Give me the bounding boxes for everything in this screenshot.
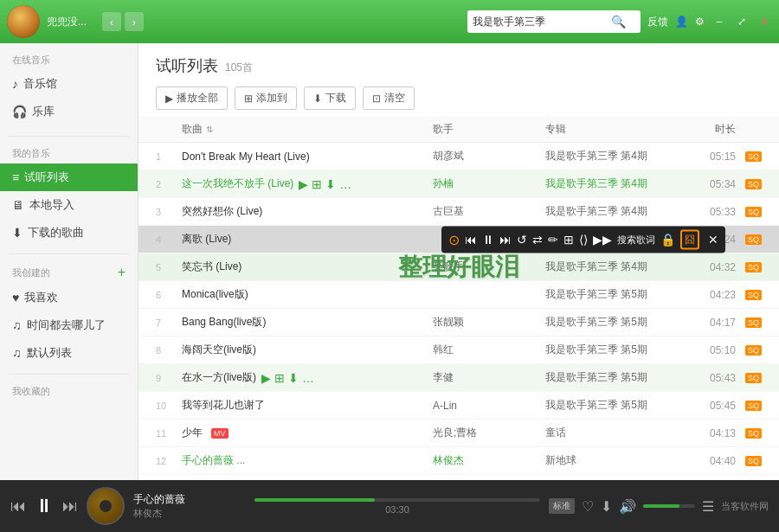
page-title-row: 试听列表 105首 [156, 55, 762, 76]
track-title: Don't Break My Heart (Live) [182, 151, 310, 163]
sidebar-item-downloaded[interactable]: ⬇ 下载的歌曲 [0, 219, 138, 247]
nav-back-button[interactable]: ‹ [102, 12, 121, 31]
track-title: 海阔天空(live版) [182, 343, 256, 357]
player-prev-button[interactable]: ⏮ [10, 497, 26, 516]
quality-badge: SQ [745, 262, 762, 272]
play-track-icon[interactable]: ▶ [261, 371, 271, 385]
track-title: 突然好想你 (Live) [182, 204, 262, 219]
player-next-button[interactable]: ⏭ [62, 497, 78, 516]
table-row: 11 少年 MV 光良;曹格 童话 04:13 SQ [138, 420, 779, 447]
media-prev-button[interactable]: ⏮ [465, 233, 477, 247]
table-row: 10 我等到花儿也谢了 A-Lin 我是歌手第三季 第5期 05:45 SQ [138, 392, 779, 420]
sidebar-item-library[interactable]: 🎧 乐库 [0, 98, 138, 125]
sidebar-item-default-list[interactable]: ♫ 默认列表 [0, 339, 138, 367]
play-all-icon: ▶ [165, 93, 173, 105]
my-music-title: 我的音乐 [0, 144, 138, 163]
download-track-icon[interactable]: ⬇ [325, 177, 336, 191]
add-track-icon[interactable]: ⊞ [312, 177, 322, 191]
track-title: 离歌 (Live) [182, 232, 231, 247]
player-volume-icon[interactable]: 🔊 [619, 498, 636, 515]
add-to-icon: ⊞ [244, 93, 253, 105]
media-search-lyrics-button[interactable]: 搜索歌词 [617, 233, 655, 246]
user-name: 兜兜没... [47, 15, 87, 29]
quality-badge: SQ [745, 456, 762, 466]
clear-icon: ⊡ [372, 93, 381, 105]
track-list: 歌曲 ⇅ 歌手 专辑 时长 1 Don't Break My Heart (Li… [138, 117, 779, 480]
player-favorite-icon[interactable]: ♡ [582, 498, 594, 515]
page-title: 试听列表 [156, 55, 218, 76]
media-fast-forward-button[interactable]: ▶▶ [593, 233, 612, 247]
created-section-title: 我创建的 + [0, 261, 138, 284]
more-track-icon[interactable]: … [302, 371, 314, 385]
sidebar-item-trial-list[interactable]: ≡ 试听列表 [0, 163, 138, 191]
page-count: 105首 [225, 61, 253, 75]
table-row: 1 Don't Break My Heart (Live) 胡彦斌 我是歌手第三… [138, 143, 779, 170]
online-section-title: 在线音乐 [0, 50, 138, 70]
bottom-player: ⏮ ⏸ ⏭ 手心的蔷薇 林俊杰 03:30 标准 ♡ ⬇ 🔊 ☰ 当客软件网 [0, 480, 779, 532]
player-track-info: 手心的蔷薇 林俊杰 [133, 492, 246, 520]
media-lock-icon: 🔒 [660, 233, 675, 247]
player-download-icon[interactable]: ⬇ [601, 498, 612, 515]
player-album-art [87, 487, 125, 525]
table-row: 5 笑忘书 (Live) 某歌手 我是歌手第三季 第4期 04:32 SQ 整理… [138, 253, 779, 281]
play-all-button[interactable]: ▶ 播放全部 [156, 87, 228, 110]
media-edit-button[interactable]: ✏ [548, 233, 558, 247]
skin-button[interactable]: 👤 [675, 16, 688, 28]
track-list-header: 歌曲 ⇅ 歌手 专辑 时长 [138, 117, 779, 143]
player-artist-name: 林俊杰 [133, 507, 246, 520]
table-row: 4 离歌 (Live) 05:24 SQ ⊙ ⏮ ⏸ ⏭ ↺ ⇄ ✏ ⊞ [138, 226, 779, 253]
search-input[interactable] [473, 16, 611, 28]
add-track-icon[interactable]: ⊞ [274, 371, 285, 385]
download-track-icon[interactable]: ⬇ [288, 371, 299, 385]
avatar[interactable] [7, 5, 40, 38]
sidebar-label-favorites: 我喜欢 [24, 290, 126, 305]
download-button[interactable]: ⬇ 下载 [304, 87, 356, 110]
player-controls: ⏮ ⏸ ⏭ [10, 495, 78, 517]
collected-section-title: 我收藏的 [0, 381, 138, 401]
quality-badge: SQ [745, 317, 762, 328]
player-progress-bar[interactable] [254, 498, 540, 502]
media-repeat-button[interactable]: ↺ [517, 233, 527, 247]
quality-badge: SQ [745, 207, 762, 217]
sidebar-item-favorites[interactable]: ♥ 我喜欢 [0, 284, 138, 311]
sort-icon: ⇅ [206, 125, 213, 134]
app-logo: 当客软件网 [721, 500, 769, 513]
add-playlist-button[interactable]: + [118, 265, 126, 280]
more-track-icon[interactable]: … [339, 177, 351, 191]
search-icon[interactable]: 🔍 [611, 15, 626, 29]
player-volume-bar[interactable] [643, 504, 695, 508]
player-quality-button[interactable]: 标准 [549, 498, 575, 514]
media-logo-icon: ⊙ [448, 231, 460, 247]
quality-badge: SQ [745, 151, 762, 162]
player-play-button[interactable]: ⏸ [35, 495, 54, 517]
close-button[interactable]: ✕ [756, 14, 772, 29]
sidebar-item-time-goes[interactable]: ♫ 时间都去哪儿了 [0, 311, 138, 339]
media-shuffle-button[interactable]: ⇄ [532, 233, 543, 247]
play-track-icon[interactable]: ▶ [299, 177, 308, 191]
media-playlist-button[interactable]: ⊞ [563, 233, 574, 247]
mv-badge: MV [211, 428, 229, 439]
sidebar-item-music-hall[interactable]: ♪ 音乐馆 [0, 70, 138, 98]
nav-forward-button[interactable]: › [125, 12, 144, 31]
quality-badge: SQ [745, 373, 762, 383]
table-row: 9 在水一方(live版) ▶ ⊞ ⬇ … 李健 我是歌手第三季 第5期 05:… [138, 364, 779, 392]
settings-button[interactable]: ⚙ [695, 16, 705, 28]
sidebar-label-library: 乐库 [32, 104, 126, 119]
minimize-button[interactable]: – [711, 14, 727, 29]
table-row: 7 Bang Bang(live版) 张靓颖 我是歌手第三季 第5期 04:17… [138, 309, 779, 337]
media-prev2-button[interactable]: ⟨⟩ [579, 233, 588, 247]
table-row: 6 Monica(live版) 我是歌手第三季 第5期 04:23 SQ [138, 281, 779, 309]
player-playlist-icon[interactable]: ☰ [702, 498, 714, 515]
table-row: 2 这一次我绝不放手 (Live) ▶ ⊞ ⬇ … 孙楠 我是歌手第三季 第4期… [138, 170, 779, 198]
library-icon: 🎧 [12, 105, 27, 119]
track-title: 手心的蔷薇 ... [182, 453, 245, 468]
feedback-button[interactable]: 反馈 [647, 15, 668, 29]
media-special-button[interactable]: 囧 [680, 229, 699, 249]
sidebar-item-local-import[interactable]: 🖥 本地导入 [0, 191, 138, 219]
media-next-button[interactable]: ⏭ [499, 233, 512, 247]
clear-button[interactable]: ⊡ 清空 [363, 87, 415, 110]
maximize-button[interactable]: ⤢ [734, 14, 750, 29]
media-popup-close-button[interactable]: ✕ [708, 233, 718, 247]
add-to-button[interactable]: ⊞ 添加到 [235, 87, 297, 110]
media-play-button[interactable]: ⏸ [482, 233, 494, 247]
